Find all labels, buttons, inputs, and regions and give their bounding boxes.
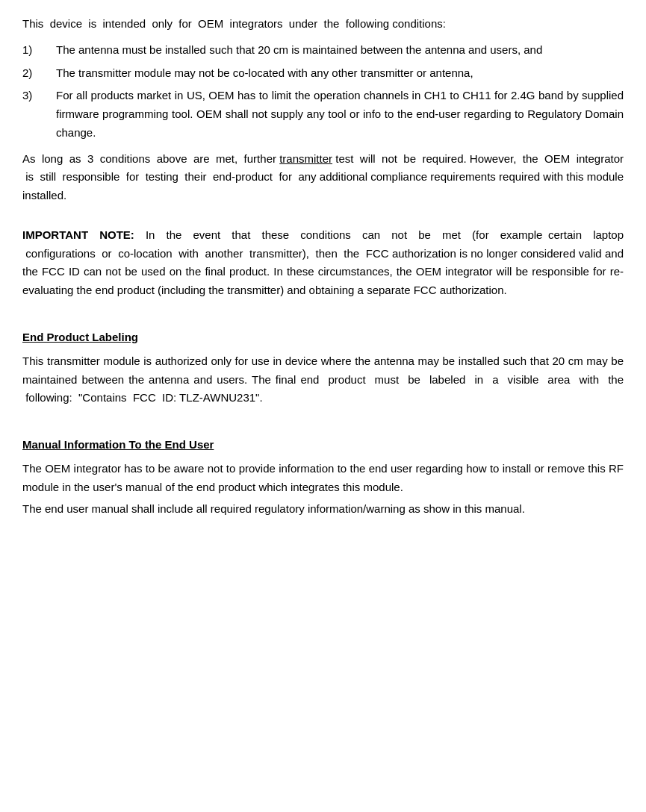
conditions-note: As long as 3 conditions above are met, f… xyxy=(22,150,624,205)
list-content-2: The transmitter module may not be co-loc… xyxy=(45,64,624,83)
spacer-2 xyxy=(22,315,624,328)
list-number-2: 2) xyxy=(22,64,45,82)
important-note-label: IMPORTANT NOTE: xyxy=(22,228,134,241)
list-item: 3) For all products market in US, OEM ha… xyxy=(22,87,624,142)
list-number-1: 1) xyxy=(22,41,45,59)
manual-info-paragraph-2: The end user manual shall include all re… xyxy=(22,500,624,519)
transmitter-underline: transmitter xyxy=(279,152,332,165)
list-item: 2) The transmitter module may not be co-… xyxy=(22,64,624,83)
intro-paragraph: This device is intended only for OEM int… xyxy=(22,15,624,34)
conditions-list: 1) The antenna must be installed such th… xyxy=(22,41,624,143)
list-number-3: 3) xyxy=(22,87,45,104)
manual-info-paragraph-1: The OEM integrator has to be aware not t… xyxy=(22,460,624,497)
end-product-labeling-paragraph: This transmitter module is authorized on… xyxy=(22,352,624,407)
end-product-labeling-title: End Product Labeling xyxy=(22,328,624,346)
spacer-3 xyxy=(22,422,624,436)
spacer-1 xyxy=(22,213,624,226)
list-content-3: For all products market in US, OEM has t… xyxy=(45,87,624,142)
content-wrapper: This device is intended only for OEM int… xyxy=(22,15,624,518)
list-item: 1) The antenna must be installed such th… xyxy=(22,41,624,60)
list-content-1: The antenna must be installed such that … xyxy=(45,41,624,60)
important-note-paragraph: IMPORTANT NOTE: In the event that these … xyxy=(22,226,624,300)
manual-info-title: Manual Information To the End User xyxy=(22,436,624,454)
